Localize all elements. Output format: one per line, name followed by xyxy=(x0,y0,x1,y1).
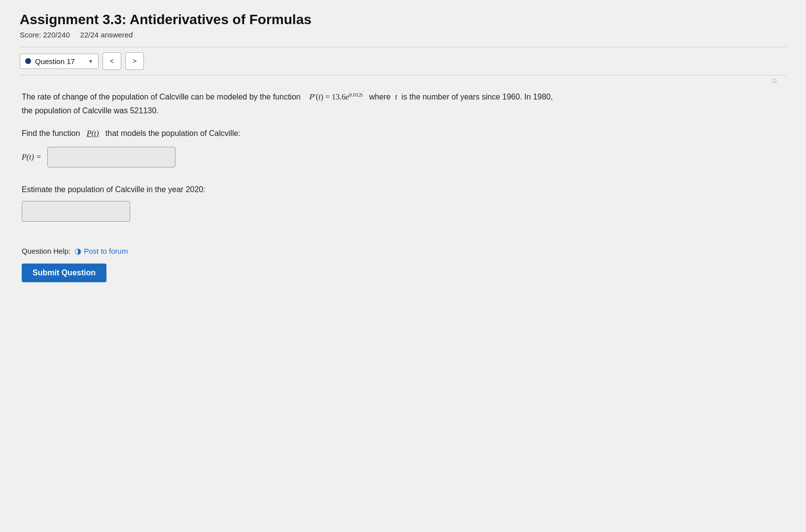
score-line: Score: 220/240 22/24 answered xyxy=(20,31,786,39)
pt-function-label: P(t) xyxy=(87,129,99,137)
post-to-forum-link[interactable]: ◑ Post to forum xyxy=(74,246,128,256)
score-label: Score: xyxy=(20,31,41,39)
pt-input-row: P(t) = xyxy=(22,147,784,167)
find-function-text: Find the function P(t) that models the p… xyxy=(22,129,784,138)
post-to-forum-label: Post to forum xyxy=(84,247,128,255)
question-nav-bar: Question 17 ▼ < > xyxy=(20,47,786,75)
forum-icon: ◑ xyxy=(74,246,81,256)
score-value: 220/240 xyxy=(43,31,70,39)
chevron-down-icon: ▼ xyxy=(88,59,93,64)
question-selector[interactable]: Question 17 ▼ xyxy=(20,54,99,69)
question-content: The rate of change of the population of … xyxy=(20,90,786,282)
answered-value: 22/24 answered xyxy=(80,31,133,39)
problem-description: The rate of change of the population of … xyxy=(22,90,564,117)
pt-input-label: P(t) = xyxy=(22,153,41,162)
estimate-text: Estimate the population of Calcville in … xyxy=(22,185,784,194)
next-question-button[interactable]: > xyxy=(125,52,144,70)
question-help-row: Question Help: ◑ Post to forum xyxy=(22,246,784,256)
prev-question-button[interactable]: < xyxy=(103,52,121,70)
math-function: P′(t) = 13.6e0.012t xyxy=(309,93,364,101)
question-label: Question 17 xyxy=(35,57,84,66)
question-status-dot xyxy=(25,58,31,64)
assignment-title: Assignment 3.3: Antiderivatives of Formu… xyxy=(20,12,786,28)
help-label: Question Help: xyxy=(22,247,70,255)
pt-answer-input[interactable] xyxy=(47,147,175,167)
population-estimate-input[interactable] xyxy=(22,201,130,222)
submit-question-button[interactable]: Submit Question xyxy=(22,264,106,282)
